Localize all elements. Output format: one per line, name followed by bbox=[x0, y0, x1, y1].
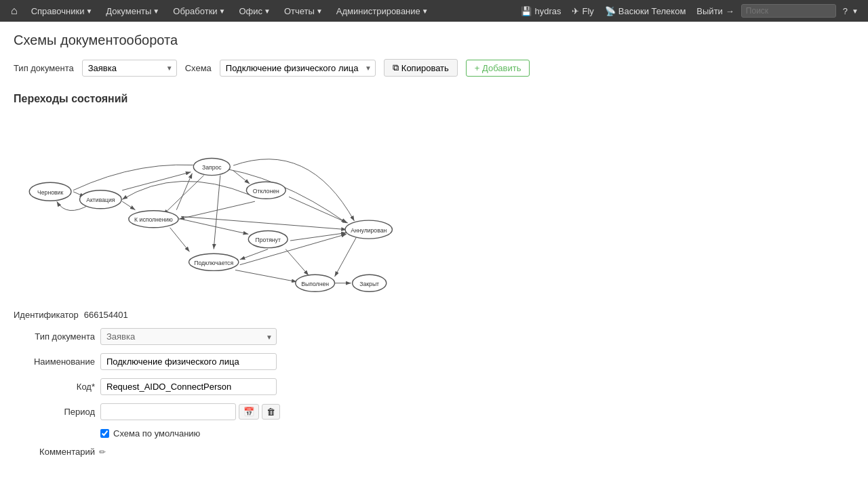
clear-period-button[interactable]: 🗑 bbox=[262, 404, 280, 420]
main-content: Схемы документооборота Тип документа Зая… bbox=[0, 22, 868, 476]
nav-telecom[interactable]: 📡 Васюки Телеком bbox=[601, 0, 690, 22]
calendar-button[interactable]: 📅 bbox=[239, 404, 259, 420]
nav-fly[interactable]: ✈ Fly bbox=[568, 0, 597, 22]
svg-text:Черновик: Черновик bbox=[37, 189, 63, 196]
svg-text:Отклонен: Отклонен bbox=[253, 188, 279, 195]
default-schema-row: Схема по умолчанию bbox=[100, 428, 854, 439]
svg-text:Запрос: Запрос bbox=[202, 164, 222, 171]
svg-text:Подключается: Подключается bbox=[194, 260, 233, 266]
svg-text:Выполнен: Выполнен bbox=[301, 281, 329, 287]
doc-type-label: Тип документа bbox=[14, 63, 74, 73]
form-row-code: Код* bbox=[14, 378, 854, 395]
chevron-down-icon: ▼ bbox=[85, 7, 92, 15]
copy-button[interactable]: ⧉ Копировать bbox=[384, 59, 458, 77]
nav-otchety[interactable]: Отчеты ▼ bbox=[279, 0, 328, 22]
chevron-down-icon: ▼ bbox=[219, 7, 226, 15]
nav-dokumenty[interactable]: Документы ▼ bbox=[100, 0, 165, 22]
home-icon[interactable]: ⌂ bbox=[5, 5, 23, 17]
identifier-row: Идентификатор 666154401 bbox=[14, 310, 854, 320]
svg-text:Аннулирован: Аннулирован bbox=[351, 227, 387, 234]
svg-line-8 bbox=[176, 174, 192, 210]
chevron-down-icon: ▼ bbox=[153, 7, 159, 15]
telecom-icon: 📡 bbox=[605, 6, 616, 16]
svg-text:К исполнению: К исполнению bbox=[134, 216, 173, 223]
nav-spravochniki[interactable]: Справочники ▼ bbox=[26, 0, 98, 22]
navbar: ⌂ Справочники ▼ Документы ▼ Обработки ▼ … bbox=[0, 0, 868, 22]
svg-line-17 bbox=[335, 237, 357, 277]
svg-line-5 bbox=[214, 176, 220, 249]
calendar-icon: 📅 bbox=[243, 407, 254, 417]
form-code-input[interactable] bbox=[100, 378, 277, 395]
server-icon: 💾 bbox=[521, 6, 532, 16]
trash-icon: 🗑 bbox=[267, 407, 275, 417]
schema-select[interactable]: Подключение физического лица bbox=[220, 60, 376, 77]
chevron-down-icon: ▼ bbox=[852, 7, 859, 15]
form-row-comment: Комментарий ✏ bbox=[14, 447, 854, 457]
transitions-title: Переходы состояний bbox=[14, 93, 854, 105]
flow-diagram: Черновик Активация Запрос Отклонен К исп… bbox=[14, 113, 420, 296]
form-doc-type-wrapper: Заявка ▼ bbox=[100, 328, 277, 345]
svg-line-9 bbox=[181, 216, 347, 229]
info-section: Идентификатор 666154401 Тип документа За… bbox=[14, 310, 854, 457]
schema-label: Схема bbox=[185, 63, 212, 73]
svg-line-3 bbox=[122, 201, 135, 210]
add-button[interactable]: + Добавить bbox=[466, 60, 530, 77]
nav-hydras[interactable]: 💾 hydras bbox=[517, 0, 565, 22]
form-period-input[interactable] bbox=[100, 403, 236, 420]
form-label-doc-type: Тип документа bbox=[14, 331, 95, 342]
svg-line-15 bbox=[235, 270, 297, 281]
default-schema-label: Схема по умолчанию bbox=[113, 428, 200, 439]
form-label-code: Код* bbox=[14, 382, 95, 392]
chevron-down-icon: ▼ bbox=[316, 7, 323, 15]
nav-logout[interactable]: Выйти → bbox=[692, 0, 738, 22]
page-title: Схемы документооборота bbox=[14, 33, 854, 48]
svg-line-7 bbox=[181, 219, 248, 234]
form-label-period: Период bbox=[14, 407, 95, 417]
logout-icon: → bbox=[726, 6, 734, 16]
form-row-name: Наименование bbox=[14, 353, 854, 370]
nav-obrabotki[interactable]: Обработки ▼ bbox=[167, 0, 231, 22]
svg-line-6 bbox=[289, 197, 348, 223]
search-input[interactable] bbox=[741, 4, 836, 18]
form-label-name: Наименование bbox=[14, 357, 95, 367]
chevron-down-icon: ▼ bbox=[422, 7, 429, 15]
fly-icon: ✈ bbox=[572, 6, 579, 16]
schema-select-wrapper: Подключение физического лица ▼ bbox=[220, 60, 376, 77]
svg-text:Активация: Активация bbox=[86, 197, 115, 203]
diagram-area: Черновик Активация Запрос Отклонен К исп… bbox=[14, 113, 420, 296]
help-button[interactable]: ? ▼ bbox=[839, 0, 863, 22]
svg-line-10 bbox=[170, 228, 190, 252]
transitions-section: Переходы состояний bbox=[14, 93, 854, 457]
form-doc-type-select[interactable]: Заявка bbox=[100, 328, 277, 345]
doc-type-select-wrapper: Заявка ▼ bbox=[82, 60, 177, 77]
form-row-period: Период 📅 🗑 bbox=[14, 403, 854, 420]
form-label-comment: Комментарий bbox=[14, 447, 95, 457]
nav-administrirovanie[interactable]: Администрирование ▼ bbox=[331, 0, 434, 22]
identifier-value: 666154401 bbox=[84, 310, 128, 320]
period-controls: 📅 🗑 bbox=[100, 403, 280, 420]
navbar-right: 💾 hydras ✈ Fly 📡 Васюки Телеком Выйти → … bbox=[517, 0, 863, 22]
default-schema-checkbox[interactable] bbox=[100, 429, 109, 438]
toolbar: Тип документа Заявка ▼ Схема Подключение… bbox=[14, 59, 854, 77]
svg-line-13 bbox=[285, 249, 309, 276]
doc-type-select[interactable]: Заявка bbox=[82, 60, 177, 77]
copy-icon: ⧉ bbox=[393, 62, 399, 73]
form-row-doc-type: Тип документа Заявка ▼ bbox=[14, 328, 854, 345]
edit-icon[interactable]: ✏ bbox=[99, 447, 106, 457]
chevron-down-icon: ▼ bbox=[264, 7, 271, 15]
svg-line-19 bbox=[179, 201, 255, 219]
identifier-label: Идентификатор bbox=[14, 310, 79, 320]
form-name-input[interactable] bbox=[100, 353, 277, 370]
nav-ofis[interactable]: Офис ▼ bbox=[233, 0, 275, 22]
svg-text:Протянут: Протянут bbox=[256, 237, 281, 243]
svg-text:Закрыт: Закрыт bbox=[359, 281, 379, 287]
